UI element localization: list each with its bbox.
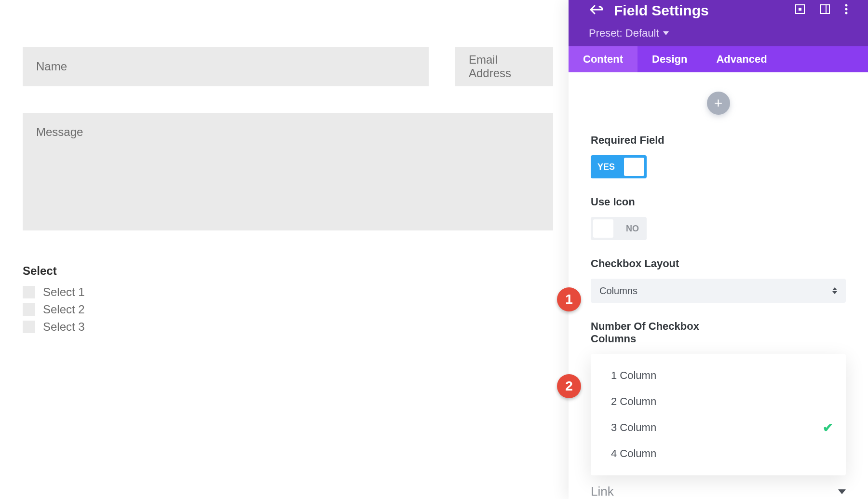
snap-icon[interactable] [820,4,830,17]
select-heading: Select [23,264,553,278]
dropdown-item-label: 3 Column [611,421,656,434]
tabs: Content Design Advanced [569,46,868,72]
dropdown-item-label: 2 Column [611,395,656,408]
svg-rect-2 [821,5,829,13]
number-columns-label: Number Of Checkbox Columns [591,320,716,345]
checkbox-row[interactable]: Select 2 [23,303,553,316]
link-section-toggle[interactable]: Link [591,480,846,499]
preset-label: Preset: Default [589,27,659,40]
checkbox-icon[interactable] [23,286,35,298]
back-icon[interactable] [589,2,603,19]
svg-point-5 [845,8,848,11]
select-value: Columns [599,285,637,297]
panel-title: Field Settings [614,2,795,19]
email-placeholder: Email Address [469,53,540,80]
number-columns-dropdown: 1 Column 2 Column 3 Column ✔ 4 Column [591,354,846,475]
chevron-down-icon [838,489,846,494]
checkbox-icon[interactable] [23,303,35,316]
dropdown-item[interactable]: 2 Column [591,389,846,415]
message-placeholder: Message [36,125,83,138]
checkbox-label: Select 3 [43,320,85,334]
annotation-badge: 1 [557,287,581,311]
dropdown-item[interactable]: 3 Column ✔ [591,415,846,441]
toggle-text: YES [597,162,615,172]
name-placeholder: Name [36,60,67,73]
add-button[interactable]: + [707,92,730,115]
checkbox-icon[interactable] [23,321,35,333]
dropdown-item-label: 1 Column [611,369,656,382]
tab-advanced[interactable]: Advanced [702,46,781,72]
link-label: Link [591,484,614,499]
form-preview: Name Email Address Message Select Select… [23,47,553,337]
tab-design[interactable]: Design [637,46,702,72]
use-icon-label: Use Icon [591,196,846,208]
annotation-badge: 2 [557,374,581,398]
expand-icon[interactable] [795,4,805,17]
checkbox-row[interactable]: Select 1 [23,285,553,299]
check-icon: ✔ [823,420,833,435]
message-textarea[interactable]: Message [23,113,553,230]
svg-point-4 [845,4,848,7]
dropdown-item[interactable]: 4 Column [591,441,846,467]
checkbox-layout-select[interactable]: Columns [591,279,846,303]
checkbox-row[interactable]: Select 3 [23,320,553,334]
required-field-toggle[interactable]: YES [591,155,647,178]
svg-point-6 [845,12,848,14]
more-icon[interactable] [845,4,848,17]
checkbox-label: Select 1 [43,285,85,299]
required-field-label: Required Field [591,134,846,147]
checkbox-layout-label: Checkbox Layout [591,257,846,270]
name-input[interactable]: Name [23,47,429,86]
dropdown-item[interactable]: 1 Column [591,363,846,389]
chevron-down-icon [663,31,669,35]
panel-header: Field Settings Preset: Default [569,0,868,46]
use-icon-toggle[interactable]: NO [591,217,647,240]
toggle-text: NO [626,224,639,234]
dropdown-item-label: 4 Column [611,447,656,460]
tab-content[interactable]: Content [569,46,637,72]
panel-body: + Required Field YES Use Icon NO Checkbo… [569,72,868,499]
select-arrows-icon [832,287,837,294]
preset-selector[interactable]: Preset: Default [589,27,848,40]
checkbox-label: Select 2 [43,303,85,316]
settings-panel: Field Settings Preset: Default Content D… [569,0,868,499]
email-input[interactable]: Email Address [455,47,553,86]
svg-rect-1 [799,8,801,11]
